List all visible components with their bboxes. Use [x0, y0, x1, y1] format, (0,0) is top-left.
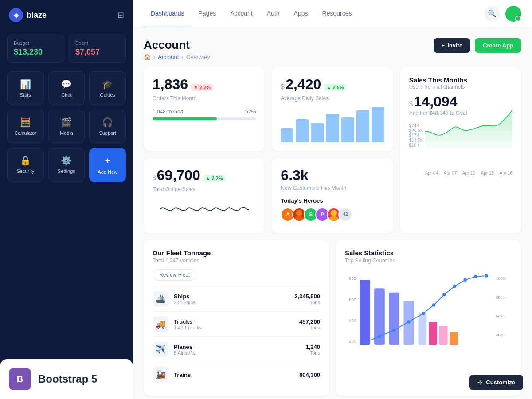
svg-point-30	[484, 274, 488, 278]
svg-point-27	[453, 285, 457, 288]
bar-7	[372, 107, 384, 142]
tab-dashboards[interactable]: Dashboards	[144, 0, 192, 27]
fleet-title: Our Fleet Tonnage	[153, 249, 320, 257]
customize-icon: ⊹	[477, 379, 482, 386]
breadcrumb-current: Overwiev	[186, 54, 210, 60]
trucks-icon: 🚚	[153, 316, 168, 332]
fleet-row-trains: 🚂 Trains 804,300	[153, 362, 320, 387]
svg-text:80%: 80%	[496, 295, 504, 300]
svg-text:800: 800	[349, 276, 356, 281]
daily-sales-value: 2,420	[286, 76, 321, 93]
tab-auth[interactable]: Auth	[260, 0, 287, 27]
sales-stats-card: Sales Statistics Top Selling Countries 8…	[336, 240, 521, 396]
orders-badge: ▼ 2.2%	[191, 84, 213, 91]
tab-apps[interactable]: Apps	[287, 0, 315, 27]
stats-icon: 📊	[20, 79, 31, 90]
svg-rect-19	[450, 332, 458, 345]
tab-account[interactable]: Account	[223, 0, 260, 27]
planes-unit: Tons	[305, 350, 320, 356]
sidebar-item-stats[interactable]: 📊 Stats	[7, 71, 44, 105]
sales-chart-container: $24K $20.5K $17K $13.5K $10K	[409, 121, 512, 176]
topnav-items: Dashboards Pages Account Auth Apps Resou…	[144, 0, 359, 27]
online-sales-value: 69,700	[157, 167, 200, 184]
bootstrap-card: B Bootstrap 5	[0, 359, 133, 399]
sidebar-item-settings[interactable]: ⚙️ Settings	[48, 148, 85, 182]
sidebar-item-calculator[interactable]: 🧮 Calculator	[7, 110, 44, 143]
squiggle-chart	[153, 196, 256, 223]
main-area: Dashboards Pages Account Auth Apps Resou…	[133, 0, 532, 399]
online-sales-badge: ▲ 2.2%	[203, 175, 226, 182]
breadcrumb: 🏠 › Account › Overwiev	[144, 54, 210, 60]
svg-point-3	[329, 216, 339, 222]
nav-grid: 📊 Stats 💬 Chat 🎓 Guides 🧮 Calculator 🎬 M…	[0, 71, 133, 182]
svg-point-29	[474, 275, 477, 278]
svg-point-25	[432, 303, 436, 307]
invite-button[interactable]: + Invite	[434, 38, 471, 53]
guides-label: Guides	[100, 92, 115, 98]
calculator-icon: 🧮	[20, 117, 31, 128]
sidebar-item-guides[interactable]: 🎓 Guides	[89, 71, 126, 105]
header-actions: + Invite Create App	[434, 38, 521, 53]
goal-pct: 62%	[245, 109, 256, 115]
user-avatar[interactable]	[505, 6, 521, 22]
sales-month-card: Sales This Months Users from all channel…	[400, 67, 521, 233]
sidebar-item-add-new[interactable]: + Add New	[89, 148, 126, 182]
svg-text:100%: 100%	[496, 276, 507, 281]
review-fleet-button[interactable]: Review Fleet	[153, 269, 196, 281]
fleet-card: Our Fleet Tonnage Total 1,247 vehicles R…	[144, 240, 329, 396]
logo-icon: ◈	[9, 8, 23, 22]
goal-bar-bg	[153, 117, 256, 120]
orders-value: 1,836	[153, 76, 188, 93]
heroes-section: Today's Heroes A S P 42	[281, 197, 384, 222]
online-sales-label: Total Online Sales	[153, 186, 256, 192]
svg-point-28	[463, 278, 467, 282]
chat-label: Chat	[61, 92, 71, 98]
search-button[interactable]: 🔍	[484, 6, 500, 22]
svg-text:400: 400	[349, 318, 356, 323]
budget-cards: Budget $13,230 Spent $7,057	[0, 30, 133, 67]
sidebar-item-media[interactable]: 🎬 Media	[48, 110, 85, 143]
daily-sales-prefix: $	[281, 83, 285, 91]
daily-sales-card: $ 2,420 ▲ 2.6% Average Daily Sales	[272, 67, 393, 151]
orders-label: Orders This Month	[153, 95, 256, 102]
ships-name: Ships	[174, 293, 289, 300]
create-app-button[interactable]: Create App	[475, 38, 521, 53]
trucks-sub: 1,460 Trucks	[174, 325, 294, 330]
page-header-left: Account 🏠 › Account › Overwiev	[144, 38, 210, 60]
tab-resources[interactable]: Resources	[315, 0, 359, 27]
svg-point-21	[378, 335, 381, 338]
customize-button[interactable]: ⊹ Customize	[469, 375, 523, 390]
trains-name: Trains	[174, 372, 294, 378]
bar-6	[356, 110, 369, 142]
calculator-label: Calculator	[15, 130, 37, 136]
fleet-row-ships: 🚢 Ships 234 Ships 2,345,500 Tons	[153, 286, 320, 311]
fleet-row-trucks: 🚚 Trucks 1,460 Trucks 457,200 Tons	[153, 311, 320, 336]
svg-text:60%: 60%	[496, 313, 504, 318]
goal-bar-fill	[153, 117, 217, 120]
trains-icon: 🚂	[153, 367, 168, 383]
svg-rect-16	[418, 313, 426, 345]
sales-stats-sub: Top Selling Countries	[345, 258, 512, 264]
stats-label: Stats	[20, 92, 31, 98]
bootstrap-text: Bootstrap 5	[38, 373, 97, 385]
content-header: Account 🏠 › Account › Overwiev + Invite …	[144, 38, 521, 60]
breadcrumb-home: 🏠	[144, 54, 151, 60]
spent-value: $7,057	[75, 47, 119, 57]
breadcrumb-account[interactable]: Account	[158, 54, 179, 60]
ships-sub: 234 Ships	[174, 300, 289, 305]
settings-label: Settings	[58, 168, 75, 174]
sidebar-item-chat[interactable]: 💬 Chat	[48, 71, 85, 105]
customers-value: 6.3k	[281, 167, 308, 183]
stats-grid: 1,836 ▼ 2.2% Orders This Month 1,048 to …	[144, 67, 521, 233]
svg-rect-14	[389, 293, 399, 345]
goal-bar: 1,048 to Goal 62%	[153, 109, 256, 120]
orders-card: 1,836 ▼ 2.2% Orders This Month 1,048 to …	[144, 67, 265, 151]
tab-pages[interactable]: Pages	[192, 0, 223, 27]
sidebar-item-security[interactable]: 🔒 Security	[7, 148, 44, 182]
menu-icon[interactable]: ⊞	[117, 10, 124, 20]
budget-card: Budget $13,230	[7, 35, 64, 63]
budget-value: $13,230	[14, 47, 58, 57]
sales-month-prefix: $	[409, 100, 413, 108]
bottom-grid: Our Fleet Tonnage Total 1,247 vehicles R…	[144, 240, 521, 396]
sidebar-item-support[interactable]: 🎧 Support	[89, 110, 126, 143]
